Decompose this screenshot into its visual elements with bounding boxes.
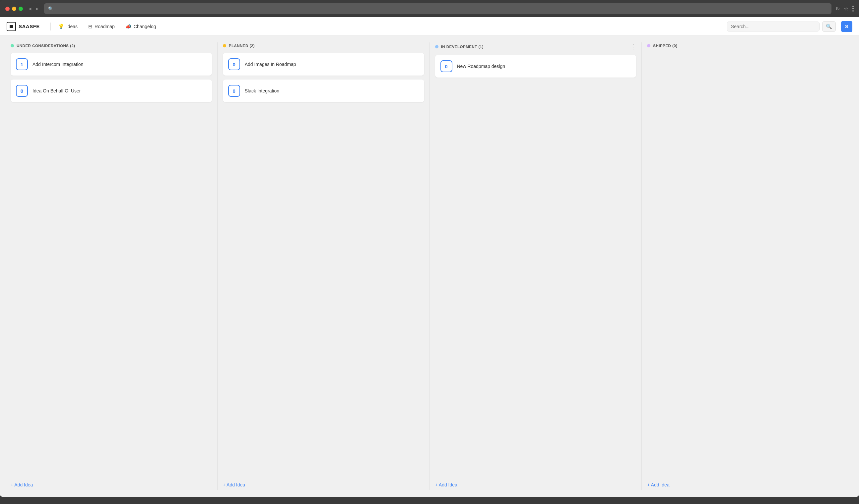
card-title-card-1: Add Intercom Integration xyxy=(32,62,83,67)
column-spacer xyxy=(223,106,424,477)
search-button[interactable]: 🔍 xyxy=(822,21,836,32)
card-card-3[interactable]: 0Add Images In Roadmap xyxy=(223,53,424,76)
vote-badge-card-4: 0 xyxy=(228,85,240,97)
app-window: SAASFE 💡 Ideas ⊟ Roadmap 📣 Changelog 🔍 S xyxy=(0,17,859,497)
top-nav: SAASFE 💡 Ideas ⊟ Roadmap 📣 Changelog 🔍 S xyxy=(0,17,859,36)
nav-label-changelog: Changelog xyxy=(134,24,156,29)
minimize-button[interactable] xyxy=(12,6,16,11)
browser-chrome: ◀ ▶ 🔍 ↻ ☆ xyxy=(0,0,859,14)
search-wrapper xyxy=(727,21,819,31)
card-title-card-2: Idea On Behalf Of User xyxy=(32,88,81,93)
column-dot-in-development xyxy=(435,45,438,48)
logo-inner xyxy=(10,25,13,28)
column-dot-planned xyxy=(223,44,226,47)
column-spacer xyxy=(435,81,636,477)
nav-label-roadmap: Roadmap xyxy=(94,24,115,29)
browser-top-bar: ◀ ▶ 🔍 ↻ ☆ xyxy=(5,3,854,14)
more-options-icon[interactable] xyxy=(853,6,854,12)
column-under-considerations: UNDER CONSIDERATIONS (2)1Add Intercom In… xyxy=(5,43,217,490)
column-header-in-development: IN DEVELOPMENT (1)⋮ xyxy=(435,43,636,55)
column-shipped: SHIPPED (0)+ Add Idea xyxy=(642,43,854,490)
column-title-shipped: SHIPPED (0) xyxy=(653,44,677,48)
nav-item-changelog[interactable]: 📣 Changelog xyxy=(121,21,161,32)
nav-item-ideas[interactable]: 💡 Ideas xyxy=(54,21,82,32)
column-header-under-considerations: UNDER CONSIDERATIONS (2) xyxy=(11,43,212,53)
vote-badge-card-3: 0 xyxy=(228,58,240,70)
add-idea-button-shipped[interactable]: + Add Idea xyxy=(647,477,848,490)
card-card-4[interactable]: 0Slack Integration xyxy=(223,80,424,102)
bookmark-icon[interactable]: ☆ xyxy=(844,6,848,12)
address-bar[interactable]: 🔍 xyxy=(44,3,831,14)
forward-arrow[interactable]: ▶ xyxy=(34,6,40,12)
changelog-icon: 📣 xyxy=(125,23,132,30)
nav-item-roadmap[interactable]: ⊟ Roadmap xyxy=(84,21,119,32)
logo-text: SAASFE xyxy=(18,23,40,29)
roadmap-icon: ⊟ xyxy=(88,23,92,30)
close-button[interactable] xyxy=(5,6,10,11)
nav-divider xyxy=(50,22,51,31)
avatar[interactable]: S xyxy=(841,21,853,32)
kanban-board: UNDER CONSIDERATIONS (2)1Add Intercom In… xyxy=(0,36,859,497)
address-input[interactable] xyxy=(56,6,828,11)
column-dot-shipped xyxy=(647,44,650,47)
column-dot-under-considerations xyxy=(11,44,14,47)
browser-actions: ↻ ☆ xyxy=(835,6,854,12)
card-card-5[interactable]: 0New Roadpmap design xyxy=(435,55,636,78)
traffic-lights xyxy=(5,6,23,11)
logo-icon xyxy=(6,22,16,31)
ideas-icon: 💡 xyxy=(58,23,64,30)
column-spacer xyxy=(11,106,212,477)
card-card-1[interactable]: 1Add Intercom Integration xyxy=(11,53,212,76)
card-title-card-4: Slack Integration xyxy=(245,88,279,93)
column-header-planned: PLANNED (2) xyxy=(223,43,424,53)
logo[interactable]: SAASFE xyxy=(6,22,40,31)
add-idea-button-in-development[interactable]: + Add Idea xyxy=(435,477,636,490)
address-bar-search-icon: 🔍 xyxy=(48,6,54,11)
column-title-under-considerations: UNDER CONSIDERATIONS (2) xyxy=(17,44,75,48)
vote-badge-card-1: 1 xyxy=(16,58,28,70)
nav-label-ideas: Ideas xyxy=(66,24,78,29)
column-menu-in-development[interactable]: ⋮ xyxy=(630,44,636,50)
column-header-shipped: SHIPPED (0) xyxy=(647,43,848,53)
nav-arrows: ◀ ▶ xyxy=(27,6,40,12)
vote-badge-card-5: 0 xyxy=(440,60,452,72)
maximize-button[interactable] xyxy=(18,6,23,11)
column-title-in-development: IN DEVELOPMENT (1) xyxy=(441,45,484,49)
refresh-icon[interactable]: ↻ xyxy=(835,6,840,12)
add-idea-button-planned[interactable]: + Add Idea xyxy=(223,477,424,490)
column-in-development: IN DEVELOPMENT (1)⋮0New Roadpmap design+… xyxy=(430,43,642,490)
card-title-card-5: New Roadpmap design xyxy=(457,64,506,69)
card-title-card-3: Add Images In Roadmap xyxy=(245,62,296,67)
column-planned: PLANNED (2)0Add Images In Roadmap0Slack … xyxy=(217,43,430,490)
nav-items: 💡 Ideas ⊟ Roadmap 📣 Changelog xyxy=(54,21,161,32)
search-area: 🔍 S xyxy=(727,21,853,32)
back-arrow[interactable]: ◀ xyxy=(27,6,33,12)
column-title-planned: PLANNED (2) xyxy=(229,44,255,48)
column-spacer xyxy=(647,53,848,477)
vote-badge-card-2: 0 xyxy=(16,85,28,97)
card-card-2[interactable]: 0Idea On Behalf Of User xyxy=(11,80,212,102)
search-input[interactable] xyxy=(731,24,815,29)
add-idea-button-under-considerations[interactable]: + Add Idea xyxy=(11,477,212,490)
